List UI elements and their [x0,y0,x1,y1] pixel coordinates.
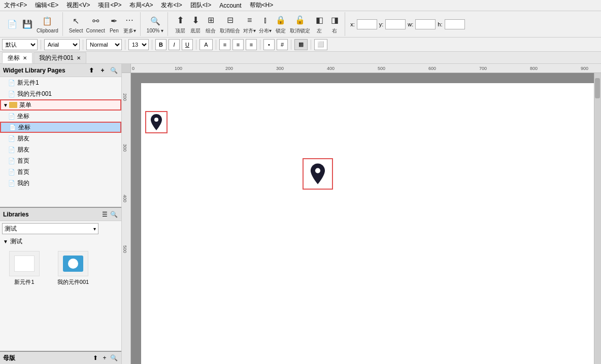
x-label: x: [350,21,355,27]
toolbar-distribute-btn[interactable]: ⫿ 分布▾ [258,13,273,35]
toolbar-group-btn[interactable]: ⊞ 组合 [204,13,218,35]
toolbar-new-btn[interactable]: 📄 [5,17,19,31]
page-item-pengyou1[interactable]: 📄 朋友 [0,133,121,144]
toolbar-select-btn[interactable]: ↖ Select [68,14,84,34]
tick-600: 600 [428,66,436,71]
tick-300: 300 [276,66,284,71]
y-input[interactable] [385,19,406,29]
sep3 [125,40,125,50]
toolbar-top-btn[interactable]: ⬆ 顶层 [173,13,187,35]
menu-account[interactable]: Account [217,1,243,10]
bold-btn[interactable]: B [155,39,166,50]
copy-icon: 📋 [41,15,53,27]
menu-help[interactable]: 帮助<H> [248,0,276,11]
menu-view[interactable]: 视图<V> [64,0,92,11]
toolbar-more-btn[interactable]: ⋯ 更多▾ [122,13,137,35]
canvas-widget-small[interactable] [145,111,168,133]
toolbar-copy-btn[interactable]: 📋 Clipboard [36,14,59,34]
libraries-panel: Libraries ☰ 🔍 测试 ▾ ▼ 测试 新 [0,208,121,351]
underline-btn[interactable]: U [182,39,193,50]
x-input[interactable] [357,19,377,29]
masters-search-btn[interactable]: 🔍 [109,353,118,362]
style-select[interactable]: 默认 [2,39,38,50]
ungroup-label: 取消组合 [220,27,240,34]
folder-item-menu[interactable]: ▼ 菜单 [0,99,121,111]
lib-item-xinyuanjian1[interactable]: 新元件1 [4,251,45,286]
lib-item-mycomponent001[interactable]: 我的元件001 [53,251,93,286]
size-select[interactable]: 13 [128,39,149,50]
align-left-text-btn[interactable]: ≡ [219,39,230,50]
masters-import-btn[interactable]: ⬆ [91,353,100,362]
menu-edit[interactable]: 编辑<E> [33,0,60,11]
menu-file[interactable]: 文件<F> [2,0,29,11]
menu-team[interactable]: 团队<I> [188,0,213,11]
connect-label: Connect [86,28,105,33]
tick-900: 900 [581,66,588,71]
number-btn[interactable]: # [277,39,288,50]
page-label-6: 朋友 [17,145,29,154]
canvas-widget-large[interactable] [303,158,333,190]
fill-btn[interactable]: ▩ [294,39,308,50]
align-right-text-btn[interactable]: ≡ [246,39,257,50]
pages-search-btn[interactable]: 🔍 [109,66,118,75]
w-input[interactable] [415,19,436,29]
toolbar-right-btn[interactable]: ◨ 右 [327,13,342,35]
lib-section-header[interactable]: ▼ 测试 [0,236,121,247]
map-pin-svg-large [309,162,327,186]
toolbar-align-btn[interactable]: ≡ 对齐▾ [242,13,257,35]
align-center-text-btn[interactable]: ≡ [232,39,244,50]
pages-add-btn[interactable]: + [98,66,107,75]
page-item-pengyou2[interactable]: 📄 朋友 [0,144,121,155]
tab-mycomponent[interactable]: 我的元件001 ✕ [34,52,86,63]
menu-publish[interactable]: 发布<I> [159,0,184,11]
page-item-wode[interactable]: 📄 我的 [0,177,121,189]
masters-title: 母版 [3,354,91,362]
toolbar-lock-btn[interactable]: 🔒 锁定 [274,13,288,35]
toolbar-connect-btn[interactable]: ⚯ Connect [85,14,106,34]
tab-mycomponent-close[interactable]: ✕ [77,55,81,61]
lib-menu-btn[interactable]: ☰ [100,210,109,219]
toolbar-unlock-btn[interactable]: 🔓 取消锁定 [289,13,311,35]
tab-coordinates-close[interactable]: ✕ [23,55,27,61]
toolbar-bottom-btn[interactable]: ⬇ 底层 [188,13,203,35]
menu-layout[interactable]: 布局<A> [127,0,155,11]
sep1 [41,40,41,50]
lib-dropdown[interactable]: 测试 ▾ [2,223,98,234]
toolbar: 📄 💾 📋 Clipboard ↖ Select ⚯ Connect ✒ [0,11,601,38]
formatbar: 默认 Arial Normal 13 B I U A ≡ ≡ ≡ • # ▩ ⬜ [0,38,601,52]
toolbar-ungroup-btn[interactable]: ⊟ 取消组合 [219,13,241,35]
canvas-scroll[interactable] [131,73,594,364]
h-input[interactable] [445,19,465,29]
toolbar-left-btn[interactable]: ◧ 左 [312,13,326,35]
page-item-shouye2[interactable]: 📄 首页 [0,166,121,177]
vscroll-thumb[interactable] [595,78,600,98]
font-color-btn[interactable]: A [199,39,213,50]
pages-import-btn[interactable]: ⬆ [87,66,96,75]
ruler-ticks-horizontal: 0 100 200 300 400 500 600 700 800 900 [131,64,601,72]
border-btn[interactable]: ⬜ [314,39,327,50]
font-select[interactable]: Arial [44,39,80,50]
page-item-zuobiao1[interactable]: 📄 坐标 [0,111,121,122]
toolbar-zoom-btn[interactable]: 🔍 100% ▾ [146,14,164,34]
toolbar-pen-btn[interactable]: ✒ Pen [107,14,121,34]
toolbar-save-btn[interactable]: 💾 [20,17,35,31]
align-label: 对齐▾ [243,27,256,34]
italic-btn[interactable]: I [169,39,180,50]
tabbar: 坐标 ✕ 我的元件001 ✕ [0,52,601,64]
tab-coordinates[interactable]: 坐标 ✕ [2,52,32,63]
top-layer-icon: ⬆ [174,14,186,26]
page-item-mycomponent001[interactable]: 📄 我的元件001 [0,88,121,99]
right-label: 右 [332,27,337,34]
page-item-zuobiao2[interactable]: 📄 坐标 [0,122,121,133]
weight-select[interactable]: Normal [86,39,122,50]
masters-add-btn[interactable]: + [100,353,109,362]
bullet-btn[interactable]: • [263,39,275,50]
thumb-circle [68,259,78,269]
page-item-xinyuanjian1[interactable]: 📄 新元件1 [0,77,121,88]
lib-search-btn[interactable]: 🔍 [109,210,118,219]
page-icon-9: 📄 [8,180,15,187]
vertical-scrollbar[interactable] [594,73,601,364]
page-item-shouyei1[interactable]: 📄 首页 [0,155,121,166]
save-icon: 💾 [21,18,34,30]
menu-project[interactable]: 项目<P> [96,0,123,11]
